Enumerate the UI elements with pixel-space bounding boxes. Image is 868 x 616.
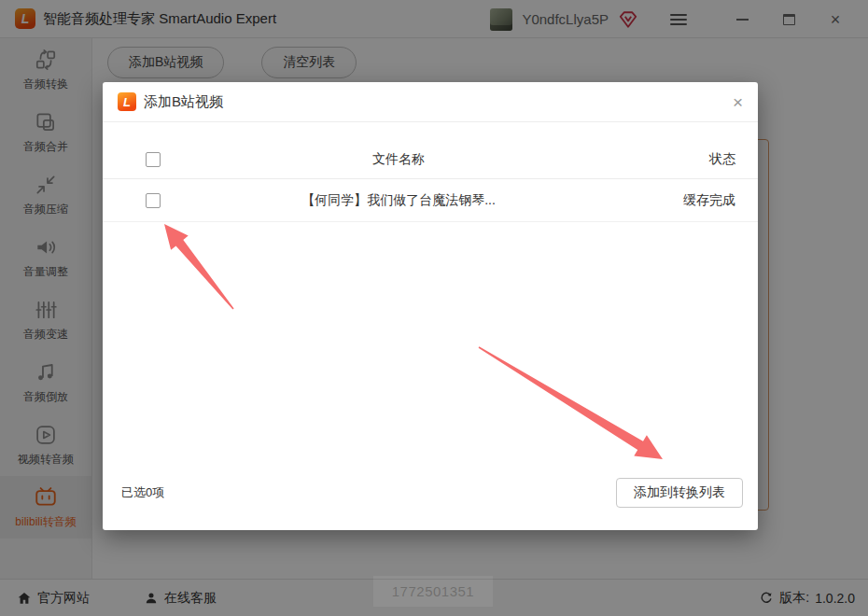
select-all-checkbox[interactable] — [146, 152, 161, 167]
row-file-name: 【何同学】我们做了台魔法钢琴... — [161, 192, 637, 209]
table-header-row: 文件名称 状态 — [103, 140, 758, 179]
app-window: L 智能音频处理专家 SmartAudio Expert Y0ndfcLlya5… — [0, 0, 868, 616]
dialog-footer: 已选0项 添加到转换列表 — [121, 478, 743, 508]
table-row[interactable]: 【何同学】我们做了台魔法钢琴... 缓存完成 — [103, 179, 758, 222]
dialog-logo-icon: L — [118, 92, 136, 111]
row-status: 缓存完成 — [637, 192, 758, 209]
row-checkbox[interactable] — [146, 193, 161, 208]
add-to-convert-list-button[interactable]: 添加到转换列表 — [616, 478, 743, 508]
dialog-close-icon[interactable]: × — [733, 93, 743, 111]
background-number-hint: 1772501351 — [373, 576, 493, 607]
column-header-status: 状态 — [637, 151, 758, 168]
dialog-title: 添加B站视频 — [144, 93, 223, 111]
add-bilibili-video-dialog: L 添加B站视频 × 文件名称 状态 【何同学】我们做了台魔法钢琴... 缓存完… — [103, 82, 758, 530]
column-header-file-name: 文件名称 — [161, 151, 637, 168]
dialog-header: L 添加B站视频 × — [103, 82, 758, 122]
selected-count: 已选0项 — [121, 484, 164, 501]
video-table: 文件名称 状态 【何同学】我们做了台魔法钢琴... 缓存完成 — [103, 122, 758, 222]
